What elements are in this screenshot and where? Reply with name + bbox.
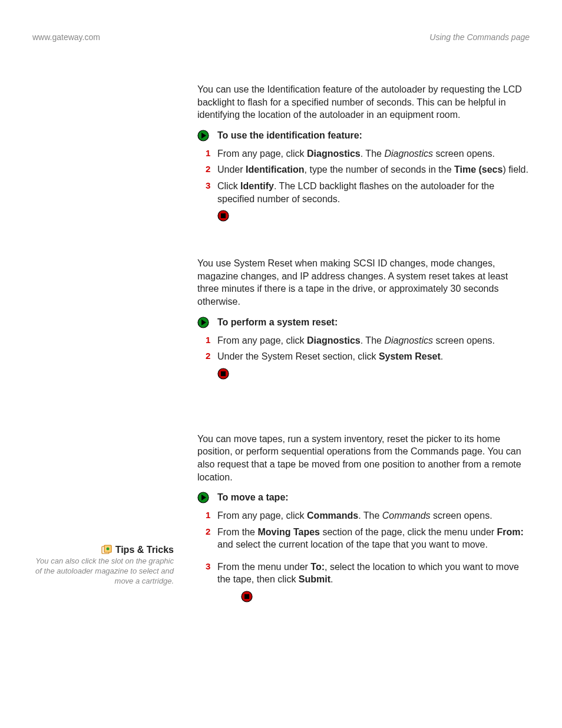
content-column: You can use the Identification feature o… — [197, 83, 530, 602]
systemreset-intro: You use System Reset when making SCSI ID… — [197, 257, 530, 308]
text-bold: Time (secs — [454, 164, 503, 174]
step-number: 2 — [206, 163, 217, 175]
text: . The — [358, 510, 382, 521]
commands-block: You can move tapes, run a system invento… — [197, 433, 530, 602]
commands-heading: To move a tape: — [217, 492, 289, 503]
text: section of the page, click the menu unde… — [320, 527, 497, 537]
systemreset-steps: 1 From any page, click Diagnostics. The … — [197, 334, 530, 363]
step-number: 2 — [206, 526, 217, 538]
text: and select the current location of the t… — [217, 539, 488, 549]
commands-intro: You can move tapes, run a system invento… — [197, 433, 530, 483]
text: . — [441, 351, 443, 361]
text: , type the number of seconds in the — [305, 164, 454, 174]
step-text: From the Moving Tapes section of the pag… — [217, 526, 530, 551]
list-item: 3 From the menu under To:, select the lo… — [197, 561, 530, 586]
text: ) field. — [503, 164, 528, 174]
text-bold: Diagnostics — [307, 335, 361, 345]
text: From any page, click — [217, 510, 307, 521]
text: Click — [217, 181, 240, 191]
text: . — [330, 574, 333, 584]
step-text: Click Identify. The LCD backlight flashe… — [217, 180, 530, 205]
stop-icon — [217, 210, 530, 222]
list-item: 3 Click Identify. The LCD backlight flas… — [197, 180, 530, 205]
text: From any page, click — [217, 149, 307, 159]
stop-icon — [241, 591, 530, 602]
svg-rect-3 — [221, 213, 226, 218]
text-bold: To: — [310, 562, 325, 572]
list-item: 2 Under the System Reset section, click … — [197, 350, 530, 363]
tips-body: You can also click the slot on the graph… — [32, 556, 174, 587]
systemreset-end-marker — [197, 368, 530, 380]
play-icon — [197, 317, 209, 328]
page: www.gateway.com Using the Commands page … — [0, 0, 562, 661]
text-bold: Submit — [299, 574, 330, 584]
play-icon — [197, 130, 209, 141]
step-number: 3 — [206, 180, 217, 192]
step-text: From any page, click Diagnostics. The Di… — [217, 147, 530, 160]
svg-point-12 — [106, 547, 109, 550]
text: . The — [361, 335, 385, 345]
list-item: 1 From any page, click Commands. The Com… — [197, 509, 530, 522]
step-number: 1 — [206, 334, 217, 346]
text-bold: From: — [497, 527, 524, 537]
identification-steps: 1 From any page, click Diagnostics. The … — [197, 147, 530, 205]
text: screen opens. — [433, 335, 495, 345]
text-bold: Identify — [240, 181, 274, 191]
text-italic: Diagnostics — [384, 149, 433, 159]
text-italic: Commands — [382, 510, 431, 521]
tips-title: Tips & Tricks — [115, 545, 174, 555]
tips-icon — [101, 545, 112, 555]
step-number: 2 — [206, 350, 217, 362]
text: Under — [217, 164, 246, 174]
systemreset-heading: To perform a system reset: — [217, 317, 338, 328]
text: From the menu under — [217, 562, 310, 572]
text-bold: Diagnostics — [307, 149, 361, 159]
step-text: From the menu under To:, select the loca… — [217, 561, 530, 586]
text-bold: System Reset — [379, 351, 441, 361]
commands-heading-row: To move a tape: — [197, 492, 530, 503]
commands-steps: 1 From any page, click Commands. The Com… — [197, 509, 530, 586]
text: From any page, click — [217, 335, 307, 345]
page-header: www.gateway.com Using the Commands page — [32, 32, 530, 42]
text-bold: Commands — [307, 510, 358, 521]
list-item: 2 Under Identification, type the number … — [197, 163, 530, 176]
step-number: 3 — [206, 561, 217, 572]
tips-sidebar: Tips & Tricks You can also click the slo… — [32, 545, 174, 587]
step-number: 1 — [206, 509, 217, 521]
text-bold: Identification — [246, 164, 305, 174]
text-italic: Diagnostics — [384, 335, 433, 345]
identification-heading-row: To use the identification feature: — [197, 130, 530, 141]
text: Under the System Reset section, click — [217, 351, 379, 361]
text: screen opens. — [431, 510, 492, 521]
svg-rect-14 — [244, 594, 249, 599]
stop-icon — [217, 368, 530, 380]
list-item: 1 From any page, click Diagnostics. The … — [197, 334, 530, 347]
text: screen opens. — [433, 149, 495, 159]
step-text: From any page, click Commands. The Comma… — [217, 509, 530, 522]
commands-end-marker — [197, 591, 530, 602]
header-right: Using the Commands page — [429, 32, 530, 42]
text: . The — [361, 149, 385, 159]
header-left: www.gateway.com — [32, 32, 100, 42]
step-text: From any page, click Diagnostics. The Di… — [217, 334, 530, 347]
identification-end-marker — [197, 210, 530, 222]
list-item: 2 From the Moving Tapes section of the p… — [197, 526, 530, 551]
list-item: 1 From any page, click Diagnostics. The … — [197, 147, 530, 160]
step-text: Under the System Reset section, click Sy… — [217, 350, 530, 363]
systemreset-heading-row: To perform a system reset: — [197, 317, 530, 328]
tips-heading: Tips & Tricks — [32, 545, 174, 555]
identification-intro: You can use the Identification feature o… — [197, 83, 530, 121]
step-text: Under Identification, type the number of… — [217, 163, 530, 176]
svg-rect-7 — [221, 371, 226, 376]
text: From the — [217, 527, 257, 537]
identification-heading: To use the identification feature: — [217, 130, 362, 141]
step-number: 1 — [206, 147, 217, 159]
play-icon — [197, 492, 209, 503]
text-bold: Moving Tapes — [257, 527, 320, 537]
